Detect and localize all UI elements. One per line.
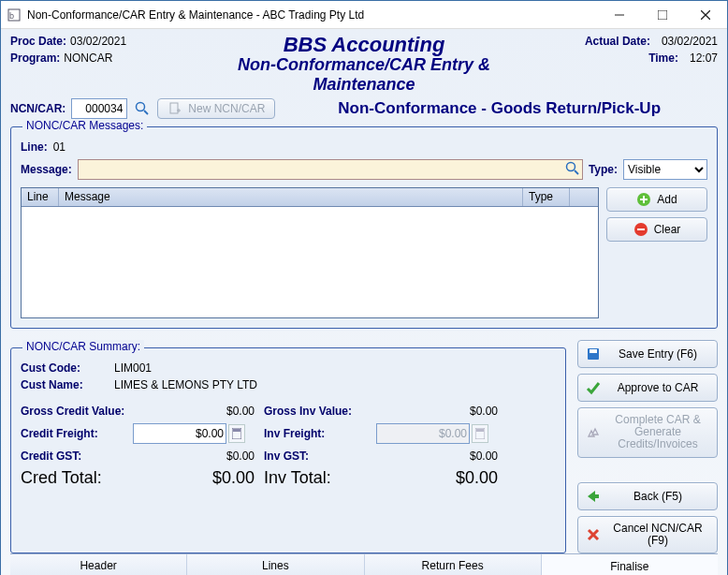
inv-freight-field [376,423,507,444]
cancel-label: Cancel NCN/CAR (F9) [606,523,709,547]
cust-name-label: Cust Name: [21,378,114,391]
tab-finalise[interactable]: Finalise [542,554,718,575]
minimize-button[interactable] [598,1,641,29]
maximize-button[interactable] [641,1,684,29]
grid-body [22,207,598,317]
messages-panel: NONC/CAR Messages: Line: 01 Message: Typ… [10,126,718,329]
messages-panel-title: NONC/CAR Messages: [22,119,147,132]
time-label: Time: [648,52,678,65]
client-area: Proc Date:03/02/2021 Program:NONCAR BBS … [1,29,727,575]
calculator-icon[interactable] [228,424,245,443]
svg-rect-8 [170,103,178,113]
gross-inv-label: Gross Inv Value: [264,405,376,418]
calculator-icon [472,424,488,443]
save-button[interactable]: Save Entry (F6) [577,340,718,368]
tab-lines[interactable]: Lines [187,554,364,575]
tab-header[interactable]: Header [10,554,187,575]
tab-return-fees[interactable]: Return Fees [365,554,542,575]
inv-freight-input [376,423,470,444]
svg-line-12 [575,170,578,174]
proc-date-label: Proc Date: [10,35,66,48]
cred-total-label: Cred Total: [21,468,133,488]
approve-label: Approve to CAR [606,381,709,394]
back-label: Back (F5) [606,490,709,503]
clear-label: Clear [654,223,681,236]
new-ncn-label: New NCN/CAR [188,102,265,115]
bottom-tabs: Header Lines Return Fees Finalise [10,553,718,575]
summary-row: NONC/CAR Summary: Cust Code: LIM001 Cust… [10,340,718,553]
type-label: Type: [589,163,618,176]
message-input[interactable] [78,159,583,180]
inv-total-value: $0.00 [376,468,507,488]
complete-button[interactable]: Complete CAR & Generate Credits/Invoices [577,407,718,458]
recycle-icon [586,425,601,440]
line-value: 01 [53,140,66,154]
message-label: Message: [21,163,72,176]
clear-button[interactable]: Clear [606,217,707,242]
complete-label: Complete CAR & Generate Credits/Invoices [606,414,709,451]
svg-rect-21 [476,429,484,432]
grid-header: Line Message Type [22,188,598,207]
credit-freight-label: Credit Freight: [21,427,133,440]
credit-gst-value: $0.00 [133,450,264,463]
inv-total-label: Inv Total: [264,468,376,488]
search-icon[interactable] [133,99,152,118]
add-label: Add [657,193,677,206]
proc-date-value: 03/02/2021 [70,35,126,48]
app-icon: b [7,7,22,22]
type-select[interactable]: Visible [623,159,707,180]
inv-freight-label: Inv Freight: [264,427,376,440]
messages-grid[interactable]: Line Message Type [21,187,599,318]
svg-point-11 [566,163,575,171]
cancel-button[interactable]: Cancel NCN/CAR (F9) [577,516,718,553]
check-icon [586,380,601,395]
time-value: 12:07 [690,52,718,65]
credit-freight-input[interactable] [133,423,226,444]
minus-circle-icon [633,222,648,237]
line-label: Line: [21,140,48,154]
col-tail [570,188,598,206]
col-line: Line [22,188,59,206]
actual-date-value: 03/02/2021 [662,35,718,48]
back-button[interactable]: Back (F5) [577,482,718,510]
svg-rect-23 [590,349,597,353]
col-type: Type [523,188,570,206]
gross-credit-value: $0.00 [133,405,264,418]
cust-code-label: Cust Code: [21,361,114,375]
mode-title: Non-Conformance - Goods Return/Pick-Up [338,99,661,117]
svg-rect-19 [233,429,240,432]
titlebar: b Non-Conformance/CAR Entry & Maintenanc… [1,1,727,29]
document-plus-icon [167,101,182,116]
add-button[interactable]: Add [606,187,707,212]
header-info: Proc Date:03/02/2021 Program:NONCAR BBS … [10,35,718,95]
svg-rect-3 [658,10,667,20]
window-title: Non-Conformance/CAR Entry & Maintenance … [27,8,364,22]
inv-gst-label: Inv GST: [264,450,376,463]
lookup-icon[interactable] [565,161,580,176]
save-icon [586,346,601,361]
actual-date-label: Actual Date: [585,35,650,48]
save-label: Save Entry (F6) [606,347,709,361]
svg-point-6 [137,103,145,111]
close-button[interactable] [684,1,727,29]
program-label: Program: [10,52,60,65]
approve-button[interactable]: Approve to CAR [577,374,718,402]
credit-freight-field [133,423,264,444]
credit-gst-label: Credit GST: [21,450,133,463]
col-message: Message [59,188,523,206]
cust-code-value: LIM001 [114,361,556,375]
app-window: b Non-Conformance/CAR Entry & Maintenanc… [0,0,728,575]
cred-total-value: $0.00 [133,468,264,488]
new-ncn-button[interactable]: New NCN/CAR [157,98,275,119]
arrow-left-icon [586,489,601,504]
gross-inv-value: $0.00 [376,405,507,418]
summary-panel: NONC/CAR Summary: Cust Code: LIM001 Cust… [10,347,566,553]
summary-panel-title: NONC/CAR Summary: [22,340,144,353]
ncn-label: NCN/CAR: [10,102,66,115]
ncn-input[interactable] [71,98,127,119]
plus-circle-icon [636,192,651,207]
svg-text:b: b [9,11,14,21]
svg-marker-24 [588,491,599,502]
toolbar: NCN/CAR: New NCN/CAR Non-Conformance - G… [10,98,718,119]
page-subtitle: Non-Conformance/CAR Entry & Maintenance [188,55,540,95]
